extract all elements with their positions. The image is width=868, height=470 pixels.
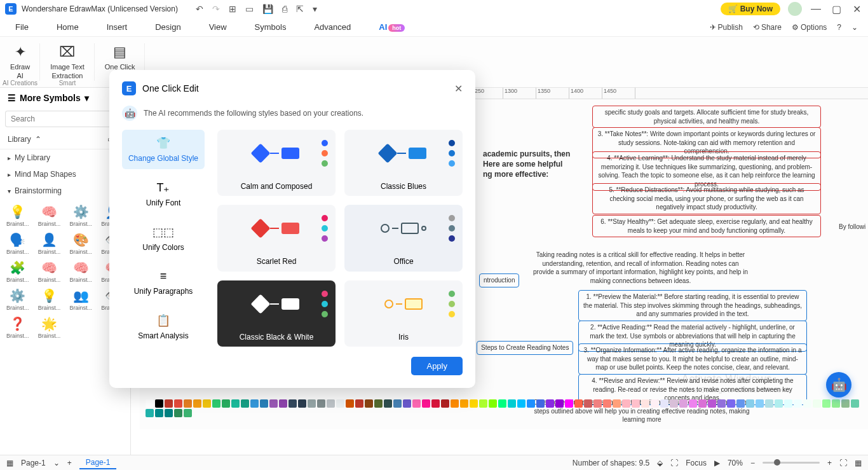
fit-icon[interactable]: ⛶ — [839, 459, 847, 467]
option-smart-analysis[interactable]: 📋Smart Analysis — [122, 307, 205, 347]
color-swatch[interactable] — [222, 399, 230, 408]
export-icon[interactable]: ⇱ — [296, 4, 304, 14]
page-dropdown-icon[interactable]: ⌄ — [53, 459, 60, 467]
color-swatch[interactable] — [584, 399, 592, 408]
style-office[interactable]: Office — [344, 205, 463, 271]
option-unify-paragraphs[interactable]: ≡Unify Paragraphs — [122, 263, 205, 302]
color-swatch[interactable] — [422, 399, 430, 408]
menu-ai[interactable]: AIhot — [374, 20, 410, 34]
steps-node[interactable]: Steps to Create Reading Notes — [477, 341, 573, 355]
color-swatch[interactable] — [412, 399, 421, 408]
color-swatch[interactable] — [765, 399, 773, 408]
menu-file[interactable]: File — [10, 20, 34, 34]
color-swatch[interactable] — [288, 399, 297, 408]
color-swatch[interactable] — [736, 399, 745, 408]
color-swatch[interactable] — [517, 399, 526, 408]
color-swatch[interactable] — [794, 399, 802, 408]
color-swatch[interactable] — [632, 399, 640, 408]
page-selector[interactable]: Page-1 — [21, 459, 46, 467]
note-6[interactable]: 6. **Stay Healthy**: Get adequate sleep,… — [592, 215, 821, 237]
option-unify-colors[interactable]: ⬚⬚Unify Colors — [122, 219, 205, 258]
color-swatch[interactable] — [174, 399, 182, 408]
shape-item[interactable]: 🎨Brainst... — [66, 230, 97, 256]
color-swatch[interactable] — [679, 399, 688, 408]
color-swatch[interactable] — [460, 399, 468, 408]
intro-node[interactable]: ntroduction — [479, 273, 519, 287]
color-swatch[interactable] — [231, 399, 240, 408]
shape-item[interactable]: 💡Brainst... — [3, 202, 33, 228]
option-global-style[interactable]: 👕Change Global Style — [122, 130, 205, 169]
color-swatch[interactable] — [622, 399, 630, 408]
color-swatch[interactable] — [841, 399, 850, 408]
color-swatch[interactable] — [431, 399, 440, 408]
menu-home[interactable]: Home — [51, 20, 84, 34]
color-swatch[interactable] — [641, 399, 649, 408]
color-swatch[interactable] — [851, 399, 859, 408]
undo-icon[interactable]: ↶ — [196, 4, 203, 14]
new-icon[interactable]: ⊞ — [229, 4, 236, 14]
shape-item[interactable]: 💡Brainst... — [34, 286, 65, 312]
color-swatch[interactable] — [155, 409, 163, 417]
zoom-in-button[interactable]: + — [827, 459, 832, 467]
buy-now-button[interactable]: 🛒 Buy Now — [721, 3, 780, 15]
color-swatch[interactable] — [165, 399, 173, 408]
color-swatch[interactable] — [174, 409, 182, 417]
color-swatch[interactable] — [670, 399, 678, 408]
color-swatch[interactable] — [317, 399, 325, 408]
color-swatch[interactable] — [355, 399, 363, 408]
color-swatch[interactable] — [546, 399, 554, 408]
color-swatch[interactable] — [775, 399, 783, 408]
chevron-down-icon[interactable]: ⌄ — [851, 23, 858, 32]
note-goals[interactable]: specific study goals and targets. Alloca… — [592, 106, 821, 128]
print-icon[interactable]: ⎙ — [282, 4, 287, 14]
color-swatch[interactable] — [184, 409, 192, 417]
style-iris[interactable]: Iris — [344, 280, 463, 347]
color-swatch[interactable] — [346, 399, 354, 408]
color-swatch[interactable] — [279, 399, 287, 408]
color-swatch[interactable] — [393, 399, 402, 408]
menu-advanced[interactable]: Advanced — [309, 20, 356, 34]
topic-node[interactable]: academic pursuits, then Here are some he… — [483, 149, 578, 180]
open-icon[interactable]: ▭ — [245, 4, 254, 14]
color-swatch[interactable] — [593, 399, 602, 408]
focus-button[interactable]: Focus — [686, 459, 707, 467]
color-swatch[interactable] — [508, 399, 516, 408]
view-mode-icon[interactable]: ▦ — [855, 459, 862, 467]
shape-item[interactable]: 🗣️Brainst... — [3, 230, 33, 256]
shape-item[interactable]: 🧩Brainst... — [3, 258, 33, 284]
color-swatch[interactable] — [336, 399, 344, 408]
style-calm[interactable]: Calm and Composed — [217, 130, 336, 196]
color-swatch[interactable] — [756, 399, 764, 408]
menu-insert[interactable]: Insert — [102, 20, 133, 34]
color-swatch[interactable] — [327, 399, 335, 408]
save-icon[interactable]: 💾 — [262, 4, 273, 14]
zoom-out-button[interactable]: − — [750, 459, 755, 467]
color-swatch[interactable] — [660, 399, 668, 408]
color-swatch[interactable] — [203, 399, 211, 408]
color-swatch[interactable] — [451, 399, 459, 408]
color-swatch[interactable] — [470, 399, 478, 408]
shape-item[interactable]: 🌟Brainst... — [34, 314, 65, 340]
add-page-button[interactable]: + — [67, 459, 72, 467]
apply-button[interactable]: Apply — [411, 357, 463, 375]
color-swatch[interactable] — [717, 399, 726, 408]
color-swatch[interactable] — [832, 399, 840, 408]
zoom-slider[interactable] — [763, 462, 820, 464]
color-swatch[interactable] — [365, 399, 373, 408]
reading-1[interactable]: 1. **Preview the Material:** Before star… — [578, 290, 807, 321]
ribbon-edraw-ai[interactable]: ✦ Edraw AI AI Creations — [0, 37, 40, 87]
color-swatch[interactable] — [784, 399, 792, 408]
options-button[interactable]: ⚙ Options — [792, 23, 827, 32]
color-swatch[interactable] — [165, 409, 173, 417]
shape-item[interactable]: 🧠Brainst... — [34, 202, 65, 228]
redo-icon[interactable]: ↷ — [212, 4, 220, 14]
shape-item[interactable]: ❓Brainst... — [3, 314, 33, 340]
ribbon-image-text[interactable]: ⌧ Image Text Extraction Smart — [40, 37, 95, 87]
shape-item[interactable]: 🧠Brainst... — [66, 258, 97, 284]
layers-icon[interactable]: ⬙ — [657, 459, 663, 467]
color-swatch[interactable] — [813, 399, 821, 408]
style-blues[interactable]: Classic Blues — [344, 130, 463, 196]
color-swatch[interactable] — [146, 409, 154, 417]
color-swatch[interactable] — [613, 399, 621, 408]
color-swatch[interactable] — [803, 399, 811, 408]
